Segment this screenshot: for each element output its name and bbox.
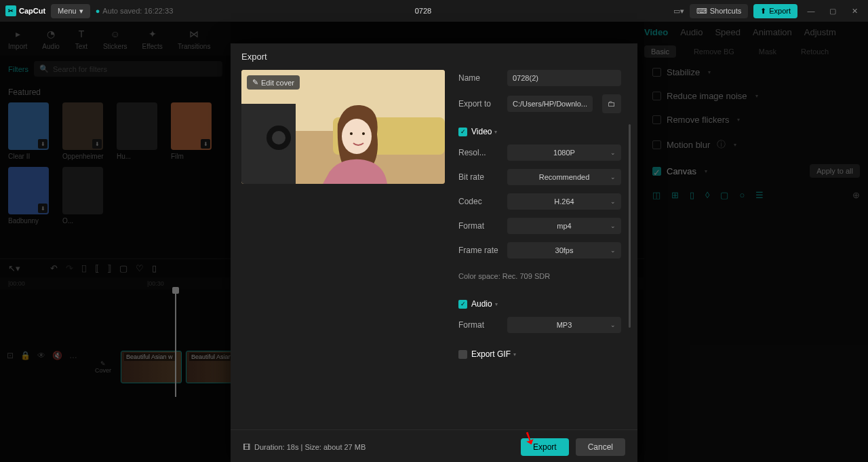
checkbox-icon	[458, 350, 467, 359]
folder-button[interactable]: 🗀	[602, 94, 621, 113]
chevron-down-icon: ⌄	[610, 223, 616, 229]
audio-format-select[interactable]: MP3⌄	[507, 317, 621, 333]
close-icon[interactable]: ✕	[846, 3, 863, 19]
shortcuts-button[interactable]: ⌨ Shortcuts	[690, 4, 748, 18]
chevron-down-icon: ⌄	[610, 198, 616, 205]
name-label: Name	[458, 73, 500, 83]
cover-preview: ✎ Edit cover	[241, 70, 445, 184]
bitrate-label: Bit rate	[458, 172, 500, 182]
audio-section-head[interactable]: ✓ Audio ▾	[458, 299, 621, 309]
checkbox-icon: ✓	[458, 128, 467, 136]
keyboard-icon: ⌨	[696, 7, 707, 16]
chevron-down-icon: ⌄	[610, 149, 616, 156]
chevron-down-icon: ▾	[79, 7, 83, 16]
shortcuts-label: Shortcuts	[710, 7, 741, 15]
framerate-select[interactable]: 30fps⌄	[507, 242, 621, 258]
menu-button[interactable]: Menu ▾	[51, 4, 90, 18]
resolution-select[interactable]: 1080P⌄	[507, 145, 621, 161]
caret-down-icon: ▾	[495, 301, 498, 307]
exportto-input[interactable]: C:/Users/HP/Downlo...	[507, 96, 593, 112]
svg-point-7	[342, 119, 372, 154]
titlebar-export-button[interactable]: ⬆ Export	[753, 4, 797, 18]
format-label: Format	[458, 221, 500, 231]
pencil-icon: ✎	[252, 78, 258, 87]
edit-cover-button[interactable]: ✎ Edit cover	[247, 75, 300, 90]
check-icon: ●	[96, 7, 100, 15]
project-title: 0728	[178, 7, 667, 15]
resolution-label: Resol...	[458, 148, 500, 157]
autosave-text: Auto saved: 16:22:33	[102, 7, 173, 15]
format-select[interactable]: mp4⌄	[507, 218, 621, 234]
exportto-label: Export to	[458, 99, 500, 109]
svg-point-9	[362, 132, 365, 135]
checkbox-icon: ✓	[458, 300, 467, 309]
film-icon: 🎞	[243, 443, 250, 451]
menu-label: Menu	[58, 7, 77, 15]
caret-down-icon: ▾	[513, 351, 516, 358]
export-dialog: Export	[231, 43, 637, 462]
autosave-status: ● Auto saved: 16:22:33	[96, 7, 174, 15]
minimize-icon[interactable]: —	[803, 3, 819, 19]
scrollbar[interactable]	[629, 124, 631, 328]
app-name: CapCut	[19, 7, 45, 15]
export-label: Export	[769, 7, 791, 15]
maximize-icon[interactable]: ▢	[825, 3, 841, 19]
video-section-head[interactable]: ✓ Video ▾	[458, 127, 621, 136]
caret-down-icon: ▾	[494, 129, 497, 135]
audio-format-label: Format	[458, 320, 500, 330]
colorspace-note: Color space: Rec. 709 SDR	[458, 272, 621, 280]
name-input[interactable]: 0728(2)	[507, 70, 621, 86]
svg-point-8	[350, 132, 353, 135]
titlebar: ✂ CapCut Menu ▾ ● Auto saved: 16:22:33 0…	[0, 0, 868, 22]
gif-section-head[interactable]: Export GIF ▾	[458, 349, 621, 359]
layout-icon[interactable]: ▭▾	[673, 7, 684, 16]
framerate-label: Frame rate	[458, 246, 500, 255]
codec-label: Codec	[458, 197, 500, 206]
export-footer-info: 🎞 Duration: 18s | Size: about 27 MB	[243, 443, 514, 451]
codec-select[interactable]: H.264⌄	[507, 193, 621, 210]
bitrate-select[interactable]: Recommended⌄	[507, 169, 621, 185]
app-logo: ✂ CapCut	[5, 5, 45, 16]
chevron-down-icon: ⌄	[610, 174, 616, 180]
upload-icon: ⬆	[760, 7, 766, 16]
dialog-title: Export	[231, 43, 637, 70]
svg-point-5	[272, 131, 285, 145]
logo-icon: ✂	[5, 5, 16, 16]
cancel-button[interactable]: Cancel	[576, 438, 625, 456]
folder-icon: 🗀	[608, 99, 616, 109]
export-button[interactable]: Export	[521, 438, 569, 456]
chevron-down-icon: ⌄	[610, 247, 616, 254]
chevron-down-icon: ⌄	[610, 322, 616, 328]
